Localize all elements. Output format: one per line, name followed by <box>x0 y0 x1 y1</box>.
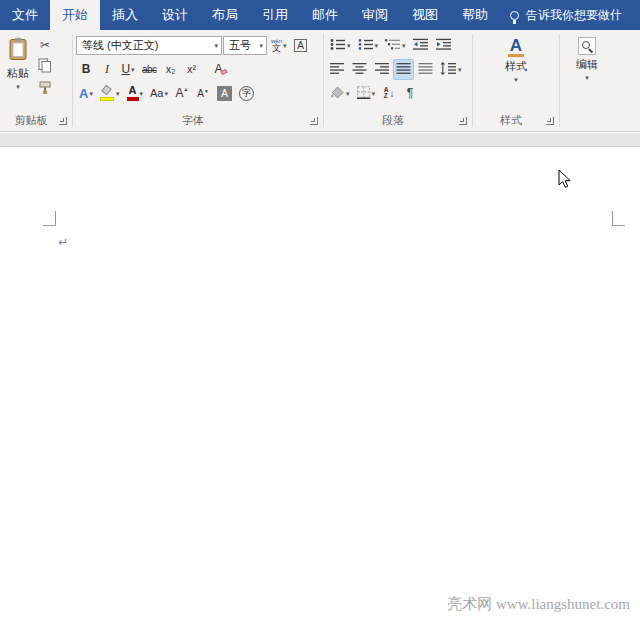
change-case-button[interactable]: Aa <box>147 83 171 104</box>
increase-indent-icon <box>436 38 452 53</box>
sort-button[interactable]: A Z <box>379 83 399 104</box>
paragraph-group: A Z ¶ 段落 <box>324 30 472 131</box>
highlighter-icon <box>100 86 115 101</box>
editing-caret-icon <box>585 74 589 81</box>
tab-help[interactable]: 帮助 <box>450 0 500 30</box>
copy-button[interactable] <box>35 56 55 77</box>
bullets-button[interactable] <box>327 35 354 56</box>
shading-bucket-icon <box>330 86 345 101</box>
grow-font-button[interactable]: A <box>172 83 192 104</box>
show-hide-marks-button[interactable]: ¶ <box>400 83 420 104</box>
tab-references[interactable]: 引用 <box>250 0 300 30</box>
pilcrow-icon: ¶ <box>407 86 413 100</box>
bold-button[interactable]: B <box>76 59 96 80</box>
cut-button[interactable]: ✂ <box>35 34 55 55</box>
superscript-button[interactable]: x² <box>182 59 202 80</box>
styles-group: A 样式 样式 <box>473 30 559 131</box>
character-border-button[interactable]: A <box>291 35 311 56</box>
document-area[interactable]: ↵ 亮术网 www.liangshunet.com <box>0 133 640 620</box>
paragraph-group-label: 段落 <box>382 113 404 128</box>
strikethrough-button[interactable]: abc <box>139 59 160 80</box>
text-effects-caret-icon <box>89 90 93 97</box>
editing-button-label: 编辑 <box>576 57 598 72</box>
paragraph-dialog-launcher-icon[interactable] <box>459 117 467 125</box>
increase-indent-button[interactable] <box>433 35 455 56</box>
font-color-button[interactable]: A <box>124 83 147 104</box>
font-dialog-launcher-icon[interactable] <box>310 117 318 125</box>
decrease-indent-button[interactable] <box>410 35 432 56</box>
character-shading-button[interactable]: A <box>214 83 235 104</box>
text-effects-button[interactable]: A <box>76 83 96 104</box>
bold-icon: B <box>82 62 91 76</box>
editing-button[interactable]: 编辑 <box>563 34 611 81</box>
numbering-button[interactable] <box>355 35 382 56</box>
tab-home[interactable]: 开始 <box>50 0 100 30</box>
clipboard-icon <box>7 37 29 64</box>
align-center-button[interactable] <box>349 59 370 80</box>
clipboard-group-label: 剪贴板 <box>15 113 48 128</box>
lightbulb-icon <box>510 11 519 20</box>
grow-font-icon: A <box>176 86 189 100</box>
line-spacing-button[interactable] <box>437 59 465 80</box>
clipboard-group: 粘贴 ✂ <box>0 30 72 131</box>
styles-icon: A <box>508 37 524 57</box>
shading-button[interactable] <box>327 83 353 104</box>
shrink-font-button[interactable]: A <box>193 83 213 104</box>
tab-mailings[interactable]: 邮件 <box>300 0 350 30</box>
phonetic-guide-button[interactable]: wén 文 <box>268 35 290 56</box>
decrease-indent-icon <box>413 38 429 53</box>
watermark: 亮术网 www.liangshunet.com <box>447 595 630 614</box>
paste-caret-icon <box>16 83 20 90</box>
highlight-color-button[interactable] <box>97 83 123 104</box>
line-spacing-icon <box>440 62 457 77</box>
clear-formatting-button[interactable]: A <box>211 59 231 80</box>
enclose-characters-button[interactable]: 字 <box>236 83 257 104</box>
font-size-value: 五号 <box>229 38 251 53</box>
tell-me-box[interactable]: 告诉我你想要做什 <box>500 0 628 30</box>
styles-button[interactable]: A 样式 <box>476 34 556 83</box>
phonetic-guide-icon: wén 文 <box>271 38 282 53</box>
justify-button[interactable] <box>393 59 414 80</box>
enclose-characters-icon: 字 <box>239 86 254 101</box>
tab-view[interactable]: 视图 <box>400 0 450 30</box>
editing-group: 编辑 <box>560 30 614 131</box>
font-color-caret-icon <box>140 90 144 97</box>
menu-bar: 文件 开始 插入 设计 布局 引用 邮件 审阅 视图 帮助 告诉我你想要做什 <box>0 0 640 30</box>
font-size-caret-icon <box>256 42 263 49</box>
phonetic-caret-icon <box>283 42 287 49</box>
underline-icon: U <box>121 62 130 76</box>
mouse-cursor <box>558 169 572 193</box>
tab-file[interactable]: 文件 <box>0 0 50 30</box>
font-name-select[interactable]: 等线 (中文正文) <box>76 36 222 55</box>
multilevel-caret-icon <box>402 42 406 49</box>
styles-button-label: 样式 <box>505 59 527 74</box>
tab-insert[interactable]: 插入 <box>100 0 150 30</box>
align-center-icon <box>352 62 367 77</box>
tab-design[interactable]: 设计 <box>150 0 200 30</box>
tab-layout[interactable]: 布局 <box>200 0 250 30</box>
underline-caret-icon <box>131 66 135 73</box>
scissors-icon: ✂ <box>40 38 50 52</box>
bullets-caret-icon <box>347 42 351 49</box>
align-right-button[interactable] <box>371 59 392 80</box>
change-case-icon: Aa <box>150 87 163 99</box>
shrink-font-icon: A <box>197 88 209 99</box>
borders-button[interactable] <box>354 83 379 104</box>
subscript-button[interactable]: x₂ <box>161 59 181 80</box>
italic-button[interactable]: I <box>97 59 117 80</box>
borders-caret-icon <box>372 90 376 97</box>
underline-button[interactable]: U <box>118 59 138 80</box>
clear-formatting-icon: A <box>215 62 227 76</box>
tab-review[interactable]: 审阅 <box>350 0 400 30</box>
tell-me-label: 告诉我你想要做什 <box>526 7 622 24</box>
font-size-select[interactable]: 五号 <box>223 36 267 55</box>
format-painter-button[interactable] <box>35 78 55 99</box>
clipboard-dialog-launcher-icon[interactable] <box>59 117 67 125</box>
paste-button[interactable]: 粘贴 <box>3 34 33 99</box>
font-name-caret-icon <box>211 42 218 49</box>
character-shading-icon: A <box>217 86 232 101</box>
align-left-button[interactable] <box>327 59 348 80</box>
multilevel-list-button[interactable] <box>382 35 409 56</box>
styles-dialog-launcher-icon[interactable] <box>546 117 554 125</box>
distribute-button[interactable] <box>415 59 436 80</box>
